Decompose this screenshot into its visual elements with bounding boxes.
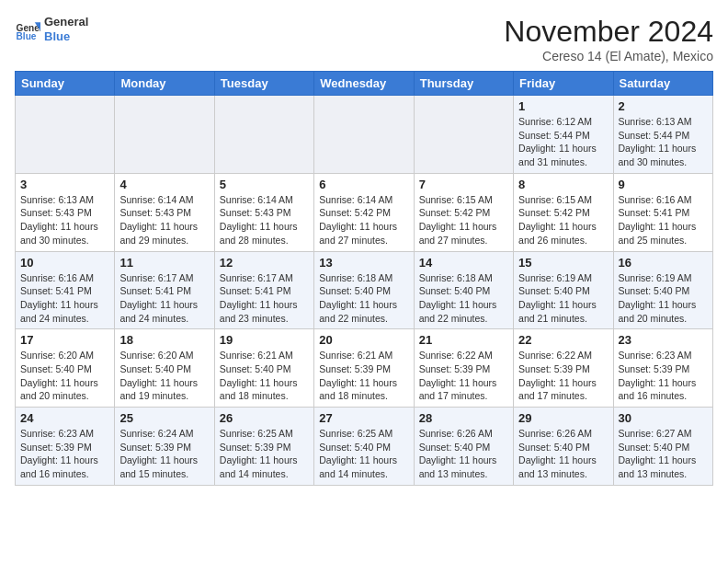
logo-icon: General Blue — [15, 17, 40, 42]
day-info: Sunrise: 6:20 AM Sunset: 5:40 PM Dayligh… — [119, 349, 209, 403]
day-number: 5 — [220, 178, 309, 191]
day-number: 24 — [20, 411, 109, 425]
calendar-day-cell: 6Sunrise: 6:14 AM Sunset: 5:42 PM Daylig… — [314, 173, 414, 251]
column-header-monday: Monday — [115, 72, 214, 96]
calendar-week-row: 17Sunrise: 6:20 AM Sunset: 5:40 PM Dayli… — [16, 329, 713, 408]
day-number: 7 — [419, 178, 508, 191]
calendar-day-cell: 27Sunrise: 6:25 AM Sunset: 5:40 PM Dayli… — [314, 408, 414, 486]
day-info: Sunrise: 6:25 AM Sunset: 5:39 PM Dayligh… — [220, 427, 309, 481]
calendar-day-cell: 30Sunrise: 6:27 AM Sunset: 5:40 PM Dayli… — [613, 408, 712, 486]
calendar-day-cell: 14Sunrise: 6:18 AM Sunset: 5:40 PM Dayli… — [414, 251, 513, 329]
title-block: November 2024 Cereso 14 (El Amate), Mexi… — [504, 15, 713, 63]
calendar-day-cell: 20Sunrise: 6:21 AM Sunset: 5:39 PM Dayli… — [314, 329, 414, 408]
day-info: Sunrise: 6:23 AM Sunset: 5:39 PM Dayligh… — [619, 349, 708, 403]
day-number: 30 — [619, 411, 708, 425]
day-info: Sunrise: 6:18 AM Sunset: 5:40 PM Dayligh… — [319, 271, 408, 326]
day-info: Sunrise: 6:17 AM Sunset: 5:41 PM Dayligh… — [220, 271, 309, 326]
logo-general-text: General — [44, 15, 88, 29]
column-header-friday: Friday — [514, 72, 613, 96]
day-number: 20 — [319, 333, 408, 347]
calendar-day-cell — [115, 96, 214, 174]
calendar-day-cell: 25Sunrise: 6:24 AM Sunset: 5:39 PM Dayli… — [115, 408, 214, 486]
day-info: Sunrise: 6:12 AM Sunset: 5:44 PM Dayligh… — [518, 115, 608, 169]
calendar-day-cell: 10Sunrise: 6:16 AM Sunset: 5:41 PM Dayli… — [16, 251, 115, 329]
calendar-day-cell: 29Sunrise: 6:26 AM Sunset: 5:40 PM Dayli… — [514, 408, 613, 486]
page-header: General Blue General Blue November 2024 … — [15, 15, 713, 63]
calendar-day-cell: 28Sunrise: 6:26 AM Sunset: 5:40 PM Dayli… — [414, 408, 513, 486]
calendar-day-cell: 8Sunrise: 6:15 AM Sunset: 5:42 PM Daylig… — [514, 173, 613, 251]
day-number: 17 — [20, 333, 109, 347]
day-info: Sunrise: 6:21 AM Sunset: 5:39 PM Dayligh… — [319, 349, 408, 403]
calendar-day-cell: 24Sunrise: 6:23 AM Sunset: 5:39 PM Dayli… — [16, 408, 115, 486]
day-info: Sunrise: 6:14 AM Sunset: 5:43 PM Dayligh… — [220, 193, 309, 247]
day-info: Sunrise: 6:26 AM Sunset: 5:40 PM Dayligh… — [518, 427, 608, 481]
day-number: 3 — [20, 178, 109, 191]
column-header-thursday: Thursday — [414, 72, 513, 96]
calendar-week-row: 10Sunrise: 6:16 AM Sunset: 5:41 PM Dayli… — [16, 251, 713, 329]
day-number: 16 — [619, 256, 708, 270]
calendar-day-cell: 2Sunrise: 6:13 AM Sunset: 5:44 PM Daylig… — [613, 96, 712, 174]
day-info: Sunrise: 6:22 AM Sunset: 5:39 PM Dayligh… — [518, 349, 608, 403]
day-number: 10 — [20, 256, 109, 270]
day-info: Sunrise: 6:23 AM Sunset: 5:39 PM Dayligh… — [20, 427, 109, 481]
day-number: 22 — [518, 333, 608, 347]
calendar-day-cell: 13Sunrise: 6:18 AM Sunset: 5:40 PM Dayli… — [314, 251, 414, 329]
calendar-day-cell: 19Sunrise: 6:21 AM Sunset: 5:40 PM Dayli… — [214, 329, 313, 408]
calendar-day-cell — [16, 96, 115, 174]
day-number: 13 — [319, 256, 408, 270]
month-title: November 2024 — [504, 15, 713, 49]
calendar-day-cell — [214, 96, 313, 174]
calendar-day-cell — [414, 96, 513, 174]
day-number: 11 — [119, 256, 209, 270]
day-number: 28 — [419, 411, 508, 425]
calendar-day-cell: 18Sunrise: 6:20 AM Sunset: 5:40 PM Dayli… — [115, 329, 214, 408]
day-info: Sunrise: 6:19 AM Sunset: 5:40 PM Dayligh… — [518, 271, 608, 326]
calendar-day-cell: 26Sunrise: 6:25 AM Sunset: 5:39 PM Dayli… — [214, 408, 313, 486]
day-number: 4 — [119, 178, 209, 191]
calendar-day-cell: 7Sunrise: 6:15 AM Sunset: 5:42 PM Daylig… — [414, 173, 513, 251]
calendar-day-cell: 1Sunrise: 6:12 AM Sunset: 5:44 PM Daylig… — [514, 96, 613, 174]
day-number: 25 — [119, 411, 209, 425]
svg-text:Blue: Blue — [17, 30, 37, 40]
column-header-sunday: Sunday — [16, 72, 115, 96]
day-number: 18 — [119, 333, 209, 347]
day-number: 8 — [518, 178, 608, 191]
day-info: Sunrise: 6:14 AM Sunset: 5:42 PM Dayligh… — [319, 193, 408, 247]
calendar-day-cell: 15Sunrise: 6:19 AM Sunset: 5:40 PM Dayli… — [514, 251, 613, 329]
day-number: 9 — [619, 178, 708, 191]
calendar-day-cell: 23Sunrise: 6:23 AM Sunset: 5:39 PM Dayli… — [613, 329, 712, 408]
day-number: 15 — [518, 256, 608, 270]
calendar-day-cell: 11Sunrise: 6:17 AM Sunset: 5:41 PM Dayli… — [115, 251, 214, 329]
day-number: 12 — [220, 256, 309, 270]
calendar-day-cell: 9Sunrise: 6:16 AM Sunset: 5:41 PM Daylig… — [613, 173, 712, 251]
calendar-day-cell: 5Sunrise: 6:14 AM Sunset: 5:43 PM Daylig… — [214, 173, 313, 251]
calendar-week-row: 24Sunrise: 6:23 AM Sunset: 5:39 PM Dayli… — [16, 408, 713, 486]
calendar-day-cell: 12Sunrise: 6:17 AM Sunset: 5:41 PM Dayli… — [214, 251, 313, 329]
day-info: Sunrise: 6:16 AM Sunset: 5:41 PM Dayligh… — [20, 271, 109, 326]
calendar-day-cell: 16Sunrise: 6:19 AM Sunset: 5:40 PM Dayli… — [613, 251, 712, 329]
column-header-saturday: Saturday — [613, 72, 712, 96]
day-info: Sunrise: 6:27 AM Sunset: 5:40 PM Dayligh… — [619, 427, 708, 481]
day-info: Sunrise: 6:20 AM Sunset: 5:40 PM Dayligh… — [20, 349, 109, 403]
column-header-tuesday: Tuesday — [214, 72, 313, 96]
logo-blue-text: Blue — [44, 29, 88, 44]
calendar-day-cell: 4Sunrise: 6:14 AM Sunset: 5:43 PM Daylig… — [115, 173, 214, 251]
day-info: Sunrise: 6:22 AM Sunset: 5:39 PM Dayligh… — [419, 349, 508, 403]
calendar-header-row: SundayMondayTuesdayWednesdayThursdayFrid… — [16, 72, 713, 96]
calendar-day-cell — [314, 96, 414, 174]
day-info: Sunrise: 6:26 AM Sunset: 5:40 PM Dayligh… — [419, 427, 508, 481]
day-number: 23 — [619, 333, 708, 347]
column-header-wednesday: Wednesday — [314, 72, 414, 96]
day-info: Sunrise: 6:17 AM Sunset: 5:41 PM Dayligh… — [119, 271, 209, 326]
calendar-day-cell: 17Sunrise: 6:20 AM Sunset: 5:40 PM Dayli… — [16, 329, 115, 408]
day-number: 29 — [518, 411, 608, 425]
day-info: Sunrise: 6:15 AM Sunset: 5:42 PM Dayligh… — [419, 193, 508, 247]
calendar-table: SundayMondayTuesdayWednesdayThursdayFrid… — [15, 71, 713, 486]
day-number: 6 — [319, 178, 408, 191]
day-info: Sunrise: 6:19 AM Sunset: 5:40 PM Dayligh… — [619, 271, 708, 326]
calendar-week-row: 3Sunrise: 6:13 AM Sunset: 5:43 PM Daylig… — [16, 173, 713, 251]
day-info: Sunrise: 6:21 AM Sunset: 5:40 PM Dayligh… — [220, 349, 309, 403]
day-info: Sunrise: 6:16 AM Sunset: 5:41 PM Dayligh… — [619, 193, 708, 247]
day-number: 27 — [319, 411, 408, 425]
day-info: Sunrise: 6:13 AM Sunset: 5:44 PM Dayligh… — [619, 115, 708, 169]
